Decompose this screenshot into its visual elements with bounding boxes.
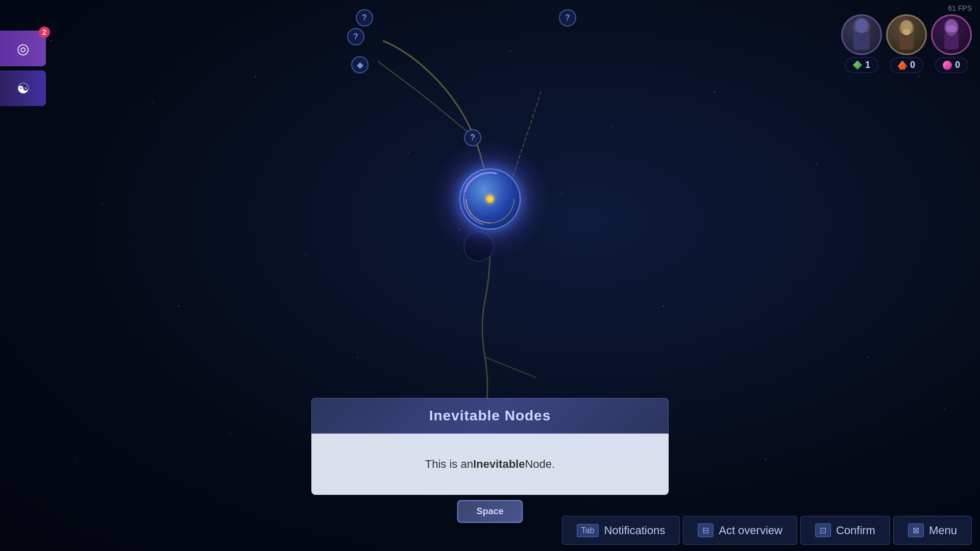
act-overview-label: Act overview [719, 524, 782, 537]
tooltip-title: Inevitable Nodes [311, 398, 669, 434]
svg-rect-4 [899, 33, 914, 49]
menu-key-icon: ⊠ [908, 523, 924, 537]
portrait-3 [931, 14, 972, 55]
confirm-label: Confirm [836, 524, 875, 537]
space-key-button[interactable]: Space [457, 500, 523, 523]
resource-bar-1: 1 [845, 57, 878, 73]
act-key-icon: ⊟ [698, 523, 714, 537]
map-node-q2[interactable]: ? [559, 9, 576, 27]
char1-svg [846, 17, 877, 53]
char2-svg [891, 17, 922, 53]
orb-body [459, 168, 521, 230]
act-overview-button[interactable]: ⊟ Act overview [683, 516, 797, 545]
sidebar-icon-1: ◎ [17, 40, 29, 57]
tooltip-text-post: Node. [525, 458, 555, 471]
char3-svg [936, 17, 967, 53]
character-row: 1 0 [841, 14, 972, 73]
menu-button[interactable]: ⊠ Menu [893, 516, 972, 545]
svg-point-6 [902, 29, 911, 35]
svg-rect-1 [853, 32, 870, 50]
bottom-bar: Tab Notifications ⊟ Act overview ⊡ Confi… [551, 510, 980, 551]
tab-key-icon: Tab [577, 524, 599, 537]
resource-bar-2: 0 [890, 57, 923, 73]
left-sidebar: ◎ 2 ☯ [0, 31, 46, 106]
tooltip-body: This is an Inevitable Node. [311, 434, 669, 495]
resource-count-3: 0 [955, 60, 960, 70]
map-node-q3[interactable]: ◆ [351, 56, 369, 73]
tooltip-panel: Inevitable Nodes This is an Inevitable N… [311, 398, 669, 495]
character-2[interactable]: 0 [886, 14, 927, 73]
resource-icon-3 [943, 61, 952, 70]
resource-icon-2 [898, 61, 907, 70]
sidebar-item-2[interactable]: ☯ [0, 70, 46, 106]
tooltip-text-pre: This is an [425, 458, 473, 471]
resource-icon-1 [853, 61, 862, 70]
menu-label: Menu [929, 524, 957, 537]
resource-count-2: 0 [910, 60, 915, 70]
svg-point-2 [855, 19, 868, 33]
map-node-q1[interactable]: ? [356, 9, 373, 27]
tooltip-text-bold: Inevitable [473, 458, 525, 471]
notifications-button[interactable]: Tab Notifications [562, 516, 680, 545]
portrait-1 [841, 14, 882, 55]
character-1[interactable]: 1 [841, 14, 882, 73]
map-node-top-left[interactable]: ? [347, 28, 364, 45]
sidebar-badge-1: 2 [39, 27, 50, 38]
confirm-key-icon: ⊡ [815, 523, 831, 537]
orb-center-dot [486, 195, 494, 203]
notifications-label: Notifications [604, 524, 665, 537]
confirm-button[interactable]: ⊡ Confirm [800, 516, 890, 545]
character-3[interactable]: 0 [931, 14, 972, 73]
center-orb[interactable] [449, 158, 531, 240]
resource-count-1: 1 [865, 60, 870, 70]
sidebar-icon-2: ☯ [17, 80, 30, 97]
fps-display: 61 FPS [948, 4, 972, 12]
portrait-2 [886, 14, 927, 55]
resource-bar-3: 0 [935, 57, 968, 73]
top-right-panel: 61 FPS 1 [833, 0, 980, 77]
sidebar-item-1[interactable]: ◎ 2 [0, 31, 46, 66]
